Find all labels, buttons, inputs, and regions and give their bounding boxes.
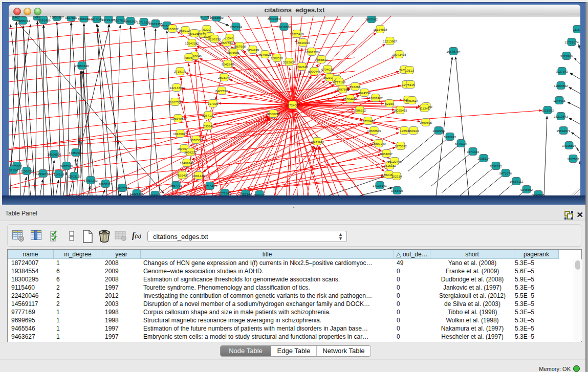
svg-text:20091406: 20091406 xyxy=(36,18,51,22)
svg-text:8990448: 8990448 xyxy=(308,70,321,73)
svg-text:19654: 19654 xyxy=(400,129,409,133)
svg-text:9146821: 9146821 xyxy=(259,53,272,56)
svg-text:2935114: 2935114 xyxy=(477,157,490,160)
svg-text:10025433: 10025433 xyxy=(393,108,407,112)
svg-text:7163822: 7163822 xyxy=(166,27,179,31)
svg-text:15751074: 15751074 xyxy=(564,40,579,44)
svg-text:18724007: 18724007 xyxy=(286,103,300,107)
svg-text:9084067: 9084067 xyxy=(380,152,393,156)
svg-text:12942737: 12942737 xyxy=(36,172,50,176)
svg-text:5322037: 5322037 xyxy=(283,60,296,64)
svg-text:16782759: 16782759 xyxy=(115,186,129,190)
svg-text:15716485: 15716485 xyxy=(203,184,217,188)
svg-text:9227342: 9227342 xyxy=(556,70,569,73)
svg-text:18300295: 18300295 xyxy=(266,112,280,116)
svg-text:75115: 75115 xyxy=(406,83,415,86)
svg-text:17359924: 17359924 xyxy=(69,151,83,155)
svg-text:16648784: 16648784 xyxy=(446,50,461,53)
svg-text:10958117: 10958117 xyxy=(98,182,113,186)
svg-text:8186328: 8186328 xyxy=(208,37,221,41)
svg-text:3215953: 3215953 xyxy=(541,108,554,112)
svg-text:15720407: 15720407 xyxy=(361,119,375,123)
svg-text:3624554: 3624554 xyxy=(358,91,371,95)
svg-text:9453627: 9453627 xyxy=(406,99,419,102)
svg-text:19384554: 19384554 xyxy=(310,140,324,143)
svg-text:9329966: 9329966 xyxy=(560,54,573,58)
svg-text:6466160: 6466160 xyxy=(124,19,137,23)
svg-text:2202144: 2202144 xyxy=(239,192,252,196)
svg-text:9857791: 9857791 xyxy=(170,184,183,187)
svg-text:17016504: 17016504 xyxy=(562,144,576,147)
svg-text:62160: 62160 xyxy=(385,102,394,105)
svg-text:8813054: 8813054 xyxy=(268,17,280,20)
svg-text:1077345: 1077345 xyxy=(219,191,231,195)
svg-text:1640954: 1640954 xyxy=(432,129,445,133)
svg-text:9245065: 9245065 xyxy=(532,193,545,196)
svg-text:10654112: 10654112 xyxy=(509,180,524,183)
svg-text:19218506: 19218506 xyxy=(277,25,291,29)
svg-text:746266: 746266 xyxy=(350,85,361,89)
svg-text:2718176: 2718176 xyxy=(174,70,187,73)
svg-text:16154838: 16154838 xyxy=(373,28,387,31)
svg-text:19513: 19513 xyxy=(405,69,414,72)
svg-text:10807487: 10807487 xyxy=(368,96,383,100)
svg-text:10543382: 10543382 xyxy=(185,41,199,45)
svg-text:19654983: 19654983 xyxy=(171,117,185,120)
svg-text:53594: 53594 xyxy=(203,124,212,128)
svg-text:1546: 1546 xyxy=(226,36,233,40)
svg-text:13325419: 13325419 xyxy=(290,32,304,36)
svg-text:6497568: 6497568 xyxy=(337,87,350,91)
svg-text:1362615: 1362615 xyxy=(296,65,309,69)
svg-text:7632621: 7632621 xyxy=(490,164,503,168)
svg-text:20053346: 20053346 xyxy=(75,64,89,68)
svg-text:2867608: 2867608 xyxy=(233,45,246,48)
svg-text:917006: 917006 xyxy=(208,102,219,105)
svg-text:15692971: 15692971 xyxy=(556,129,571,133)
svg-text:1691449: 1691449 xyxy=(192,174,205,178)
svg-text:2803144: 2803144 xyxy=(218,76,231,79)
svg-text:14055714: 14055714 xyxy=(16,19,30,23)
svg-text:9777169: 9777169 xyxy=(333,80,346,84)
svg-text:5938923: 5938923 xyxy=(444,135,456,139)
svg-text:9242848: 9242848 xyxy=(222,62,234,66)
svg-text:1975692: 1975692 xyxy=(395,144,407,148)
svg-text:8427552: 8427552 xyxy=(215,89,228,93)
svg-text:16409948: 16409948 xyxy=(180,161,194,165)
svg-text:3498222: 3498222 xyxy=(184,150,197,154)
svg-text:7955812: 7955812 xyxy=(315,58,328,61)
svg-text:1244415: 1244415 xyxy=(553,99,566,102)
svg-text:19166827: 19166827 xyxy=(173,132,187,136)
svg-text:12323446: 12323446 xyxy=(129,192,144,195)
svg-text:16107553: 16107553 xyxy=(168,100,182,104)
svg-text:12213967: 12213967 xyxy=(383,39,397,43)
svg-text:17957253: 17957253 xyxy=(83,179,98,182)
svg-text:1588520: 1588520 xyxy=(271,56,284,60)
svg-text:990217: 990217 xyxy=(254,193,265,196)
svg-text:12093822: 12093822 xyxy=(554,84,568,87)
svg-text:21364436: 21364436 xyxy=(343,97,357,101)
svg-text:10973493: 10973493 xyxy=(392,53,406,56)
svg-text:16210643: 16210643 xyxy=(554,115,568,118)
svg-text:12503135: 12503135 xyxy=(67,174,81,178)
svg-text:5322: 5322 xyxy=(203,28,210,31)
svg-text:8678533: 8678533 xyxy=(190,138,203,142)
svg-text:1167533: 1167533 xyxy=(567,157,579,161)
svg-text:10688609: 10688609 xyxy=(367,129,381,133)
svg-text:7357224: 7357224 xyxy=(230,25,243,29)
svg-text:12213369: 12213369 xyxy=(169,86,184,90)
svg-text:20206536: 20206536 xyxy=(47,152,61,156)
svg-text:8471676: 8471676 xyxy=(499,171,512,175)
svg-text:9896: 9896 xyxy=(185,56,192,59)
svg-text:8454749: 8454749 xyxy=(247,48,259,52)
svg-text:39154: 39154 xyxy=(9,168,18,172)
svg-text:6479197: 6479197 xyxy=(455,142,468,145)
svg-text:6466160: 6466160 xyxy=(78,17,91,20)
svg-text:6794028: 6794028 xyxy=(321,68,334,71)
svg-text:5875685: 5875685 xyxy=(227,51,240,54)
svg-text:252214: 252214 xyxy=(391,174,402,178)
svg-text:911346: 911346 xyxy=(419,106,430,110)
svg-text:9245652: 9245652 xyxy=(520,188,533,191)
svg-text:18640910: 18640910 xyxy=(296,41,310,45)
svg-text:18807249: 18807249 xyxy=(372,142,386,145)
svg-text:7625402: 7625402 xyxy=(176,173,189,177)
